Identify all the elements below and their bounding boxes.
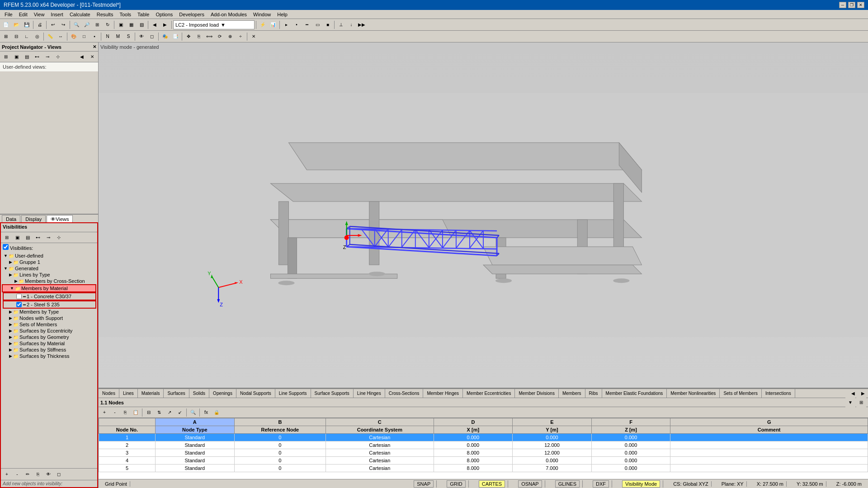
- dp-new-row[interactable]: +: [99, 408, 109, 418]
- vis-view[interactable]: 👁: [43, 469, 53, 479]
- menu-file[interactable]: File: [2, 11, 15, 18]
- tab-surface-supports[interactable]: Surface Supports: [311, 389, 354, 398]
- nodes-table[interactable]: A B C D E F G Node No. Node Type Referen…: [99, 418, 868, 479]
- navigator-close[interactable]: ✕: [93, 44, 96, 49]
- tb-redo[interactable]: ↪: [58, 20, 68, 30]
- restore-button[interactable]: ❐: [848, 2, 855, 8]
- menu-developers[interactable]: Developers: [176, 11, 207, 18]
- tb2-rotate-btn[interactable]: ⟳: [215, 32, 225, 42]
- tb-new[interactable]: 📄: [1, 20, 11, 30]
- tree-surf-stiffness[interactable]: ▶ 📁 Surfaces by Stiffness: [2, 347, 96, 353]
- tb-zoom-out[interactable]: 🔎: [82, 20, 92, 30]
- tree-nodes-support[interactable]: ▶ 📁 Nodes with Support: [2, 315, 96, 321]
- tb-view-top[interactable]: ▦: [126, 20, 136, 30]
- table-row[interactable]: 5 Standard 0 Cartesian 8.000 7.000 0.000: [99, 465, 868, 472]
- dp-sort[interactable]: ⇅: [154, 408, 164, 418]
- menu-view[interactable]: View: [31, 11, 47, 18]
- nav-tb7[interactable]: ◀: [77, 52, 87, 62]
- tb-zoom-in[interactable]: 🔍: [71, 20, 81, 30]
- tree-sets[interactable]: ▶ 📁 Sets of Members: [2, 321, 96, 328]
- tree-concrete[interactable]: ━ 1 - Concrete C30/37: [3, 292, 96, 300]
- table-row[interactable]: 2 Standard 0 Cartesian 0.000 12.000 0.00…: [99, 441, 868, 449]
- tb-next-lc[interactable]: ▶: [160, 20, 170, 30]
- tb2-delete[interactable]: ✕: [249, 32, 259, 42]
- panel-minimize[interactable]: ▼: [845, 398, 855, 408]
- tb-calculate[interactable]: ⚡: [258, 20, 268, 30]
- status-visibility-mode[interactable]: Visibility Mode: [619, 480, 663, 488]
- tab-ribs[interactable]: Ribs: [585, 389, 602, 398]
- tb2-visible[interactable]: 👁: [137, 32, 146, 42]
- tab-members[interactable]: Members: [559, 389, 585, 398]
- tb2-measure[interactable]: 📏: [45, 32, 55, 42]
- tb-run[interactable]: ▶▶: [357, 20, 367, 30]
- tab-nodes[interactable]: Nodes: [99, 389, 119, 398]
- tb2-solid-view[interactable]: ▪: [90, 32, 99, 42]
- menu-options[interactable]: Options: [153, 11, 175, 18]
- tb-zoom-all[interactable]: ⊞: [92, 20, 102, 30]
- tree-surf-geometry[interactable]: ▶ 📁 Surfaces by Geometry: [2, 334, 96, 340]
- menu-help[interactable]: Help: [274, 11, 290, 18]
- tree-lines-by-type[interactable]: ▶ 📁 Lines by Type: [2, 272, 96, 278]
- tb2-scale[interactable]: ⊕: [225, 32, 235, 42]
- tab-solids[interactable]: Solids: [189, 389, 209, 398]
- tree-members-by-material[interactable]: ▼ 📁 Members by Material: [2, 284, 96, 292]
- tree-surf-eccentricity[interactable]: ▶ 📁 Surfaces by Eccentricity: [2, 328, 96, 334]
- tab-line-supports[interactable]: Line Supports: [275, 389, 311, 398]
- close-button[interactable]: ✕: [857, 2, 864, 8]
- tb-results[interactable]: 📊: [268, 20, 278, 30]
- tb-select[interactable]: ▸: [281, 20, 291, 30]
- vis-tb3[interactable]: ▤: [23, 233, 33, 243]
- tab-member-elastic[interactable]: Member Elastic Foundations: [602, 389, 667, 398]
- tree-surf-thickness[interactable]: ▶ 📁 Surfaces by Thickness: [2, 353, 96, 359]
- nav-tb3[interactable]: ▤: [22, 52, 32, 62]
- minimize-button[interactable]: ─: [839, 2, 846, 8]
- tab-sets-of-members[interactable]: Sets of Members: [720, 389, 762, 398]
- tb2-osnap[interactable]: ◎: [32, 32, 42, 42]
- tb-surface[interactable]: ▭: [312, 20, 322, 30]
- load-case-dropdown[interactable]: LC2 - Imposed load ▼: [173, 20, 255, 29]
- menu-addon[interactable]: Add-on Modules: [208, 11, 250, 18]
- tb2-divide[interactable]: ÷: [236, 32, 245, 42]
- tb2-label-members[interactable]: M: [113, 32, 123, 42]
- tb-print[interactable]: 🖨: [35, 20, 45, 30]
- tb2-render[interactable]: 🎨: [69, 32, 79, 42]
- tb2-color[interactable]: 🎭: [160, 32, 170, 42]
- tb2-snap[interactable]: ⊞: [1, 32, 11, 42]
- tab-openings[interactable]: Openings: [209, 389, 236, 398]
- menu-results[interactable]: Results: [94, 11, 116, 18]
- status-cartes[interactable]: CARTES: [476, 480, 508, 488]
- tb2-mirror[interactable]: ⟺: [204, 32, 214, 42]
- tb2-move[interactable]: ✥: [184, 32, 193, 42]
- tab-member-hinges[interactable]: Member Hinges: [423, 389, 463, 398]
- tb-prev-lc[interactable]: ◀: [150, 20, 160, 30]
- nav-tb2[interactable]: ▣: [11, 52, 21, 62]
- tree-generated[interactable]: ▼ 📁 Generated: [2, 265, 96, 272]
- tb2-dimension[interactable]: ↔: [56, 32, 66, 42]
- tb-view-3d[interactable]: ▧: [137, 20, 146, 30]
- tab-data[interactable]: Data: [2, 215, 20, 222]
- vis-tb5[interactable]: ⊸: [43, 233, 53, 243]
- panel-float[interactable]: ⊞: [856, 398, 866, 408]
- 3d-viewport[interactable]: Visibility mode - generated: [99, 42, 868, 389]
- vis-add[interactable]: +: [2, 469, 12, 479]
- nav-tb4[interactable]: ⊷: [32, 52, 42, 62]
- dp-formula[interactable]: fx: [201, 408, 211, 418]
- tb2-grid[interactable]: ⊟: [11, 32, 21, 42]
- next-tab-btn[interactable]: ▶: [858, 389, 868, 398]
- menu-calculate[interactable]: Calculate: [67, 11, 93, 18]
- vis-edit[interactable]: ✏: [23, 469, 33, 479]
- tree-gruppe1[interactable]: ▶ 📁 Gruppe 1: [2, 259, 96, 265]
- tb-load[interactable]: ↓: [346, 20, 356, 30]
- prev-tab-btn[interactable]: ◀: [848, 389, 858, 398]
- status-grid[interactable]: GRID: [444, 480, 469, 488]
- tb-support[interactable]: ⊥: [336, 20, 346, 30]
- nav-tb8[interactable]: ✕: [87, 52, 97, 62]
- tb-open[interactable]: 📂: [11, 20, 21, 30]
- dp-import[interactable]: ↙: [175, 408, 185, 418]
- table-row[interactable]: 1 Standard 0 Cartesian 0.000 0.000 0.000: [99, 434, 868, 441]
- dp-paste-row[interactable]: 📋: [131, 408, 141, 418]
- tb-save[interactable]: 💾: [22, 20, 32, 30]
- tab-member-div[interactable]: Member Divisions: [515, 389, 558, 398]
- tree-surf-material[interactable]: ▶ 📁 Surfaces by Material: [2, 340, 96, 347]
- tb-rotate[interactable]: ↻: [103, 20, 113, 30]
